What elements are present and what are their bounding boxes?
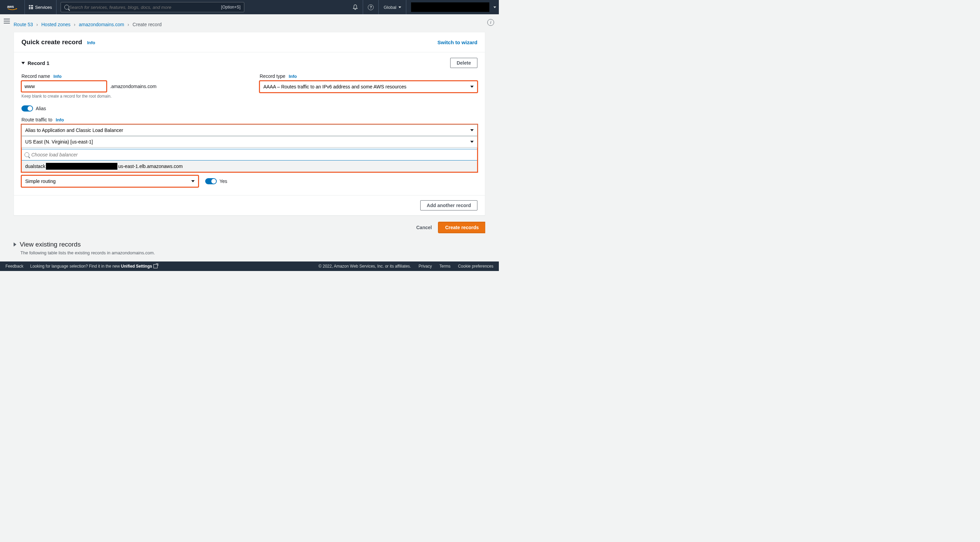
- switch-to-wizard-link[interactable]: Switch to wizard: [437, 40, 477, 45]
- topnav-right: ? Global: [348, 0, 499, 14]
- form-row: Record name Info .amazondomains.com Keep…: [21, 73, 477, 98]
- privacy-link[interactable]: Privacy: [418, 264, 432, 269]
- lb-redacted: [46, 163, 118, 170]
- aws-logo[interactable]: aws: [0, 0, 25, 14]
- panel-footer: Add another record: [14, 195, 485, 215]
- record-title: Record 1: [27, 60, 49, 66]
- chevron-down-icon: [470, 86, 474, 88]
- notifications-button[interactable]: [348, 0, 363, 14]
- record-name-hint: Keep blank to create a record for the ro…: [21, 94, 239, 98]
- routing-health-row: Simple routing Yes: [21, 176, 477, 187]
- routing-policy-value: Simple routing: [25, 179, 56, 184]
- record-type-field: Record type Info AAAA – Routes traffic t…: [259, 73, 477, 98]
- copyright-text: © 2022, Amazon Web Services, Inc. or its…: [318, 264, 411, 269]
- svg-text:aws: aws: [7, 5, 14, 8]
- help-icon: ?: [368, 5, 374, 10]
- main-content: Route 53 › Hosted zones › amazondomains.…: [14, 14, 485, 261]
- alias-endpoint-select[interactable]: Alias to Application and Classic Load Ba…: [21, 124, 477, 136]
- chevron-down-icon: [470, 129, 474, 131]
- load-balancer-option[interactable]: dualstackus-east-1.elb.amazonaws.com: [21, 160, 477, 172]
- alias-target-group: Alias to Application and Classic Load Ba…: [21, 124, 477, 172]
- external-link-icon: [153, 264, 158, 268]
- add-another-record-button[interactable]: Add another record: [420, 200, 477, 211]
- grid-icon: [29, 5, 33, 9]
- page-title: Quick create record: [21, 38, 82, 46]
- breadcrumb: Route 53 › Hosted zones › amazondomains.…: [14, 20, 485, 32]
- info-link[interactable]: Info: [53, 74, 62, 79]
- account-menu[interactable]: [406, 0, 499, 14]
- record-name-input[interactable]: [21, 81, 107, 92]
- view-existing-description: The following table lists the existing r…: [14, 250, 485, 255]
- top-navigation: aws Services [Option+S] ? Global: [0, 0, 499, 14]
- info-link[interactable]: Info: [288, 74, 297, 79]
- chevron-right-icon: ›: [37, 22, 38, 27]
- cookie-preferences-link[interactable]: Cookie preferences: [458, 264, 493, 269]
- region-selector[interactable]: Global: [379, 0, 406, 14]
- bell-icon: [353, 5, 358, 10]
- evaluate-health-toggle[interactable]: [205, 178, 217, 184]
- info-link[interactable]: Info: [87, 40, 95, 45]
- chevron-down-icon: [398, 6, 401, 8]
- terms-link[interactable]: Terms: [439, 264, 450, 269]
- chevron-right-icon: [14, 242, 16, 247]
- record-toggle[interactable]: Record 1: [21, 60, 49, 66]
- breadcrumb-current: Create record: [133, 22, 162, 27]
- create-records-button[interactable]: Create records: [439, 222, 485, 233]
- feedback-link[interactable]: Feedback: [5, 264, 24, 269]
- breadcrumb-link[interactable]: Hosted zones: [41, 22, 71, 27]
- view-existing-title: View existing records: [20, 241, 81, 248]
- info-link[interactable]: Info: [56, 117, 64, 122]
- page-actions: Cancel Create records: [14, 222, 485, 233]
- load-balancer-input[interactable]: [31, 152, 474, 157]
- cancel-button[interactable]: Cancel: [416, 225, 432, 230]
- chevron-down-icon: [493, 6, 496, 8]
- chevron-down-icon: [470, 141, 474, 143]
- routing-policy-select[interactable]: Simple routing: [21, 176, 198, 187]
- global-search[interactable]: [Option+S]: [60, 2, 244, 12]
- breadcrumb-link[interactable]: Route 53: [14, 22, 33, 27]
- record-type-value: AAAA – Routes traffic to an IPv6 address…: [263, 84, 406, 89]
- chevron-right-icon: ›: [74, 22, 76, 27]
- footer-bar: Feedback Looking for language selection?…: [0, 261, 499, 271]
- evaluate-health-row: Yes: [205, 178, 227, 184]
- load-balancer-search[interactable]: [21, 149, 477, 160]
- route-traffic-label: Route traffic to: [21, 117, 52, 122]
- record-name-field: Record name Info .amazondomains.com Keep…: [21, 73, 239, 98]
- evaluate-health-label: Yes: [220, 179, 227, 184]
- info-panel-toggle[interactable]: i: [487, 19, 494, 26]
- alias-endpoint-value: Alias to Application and Classic Load Ba…: [25, 127, 123, 133]
- services-label: Services: [35, 5, 52, 10]
- chevron-down-icon: [191, 180, 195, 182]
- sidebar-toggle[interactable]: [3, 17, 11, 25]
- delete-button[interactable]: Delete: [450, 58, 477, 68]
- alias-label: Alias: [36, 106, 46, 111]
- domain-suffix: .amazondomains.com: [110, 84, 156, 89]
- lb-option-prefix: dualstack: [25, 163, 45, 169]
- record-name-label: Record name: [21, 73, 50, 79]
- record-type-select[interactable]: AAAA – Routes traffic to an IPv6 address…: [259, 81, 477, 92]
- quick-create-panel: Quick create record Info Switch to wizar…: [14, 32, 485, 216]
- panel-header: Quick create record Info Switch to wizar…: [14, 32, 485, 52]
- alias-region-select[interactable]: US East (N. Virginia) [us-east-1]: [21, 136, 477, 147]
- lb-option-suffix: us-east-1.elb.amazonaws.com: [118, 163, 183, 169]
- account-redacted: [411, 2, 489, 12]
- alias-toggle[interactable]: [21, 105, 33, 111]
- breadcrumb-link[interactable]: amazondomains.com: [79, 22, 124, 27]
- alias-toggle-row: Alias: [21, 105, 477, 111]
- chevron-down-icon: [21, 62, 25, 64]
- alias-region-value: US East (N. Virginia) [us-east-1]: [25, 139, 93, 144]
- services-menu[interactable]: Services: [25, 0, 56, 14]
- search-icon: [24, 152, 29, 157]
- search-input[interactable]: [69, 5, 221, 10]
- view-existing-toggle[interactable]: View existing records: [14, 241, 485, 248]
- help-button[interactable]: ?: [363, 0, 379, 14]
- record-header: Record 1 Delete: [21, 58, 477, 68]
- lang-prompt: Looking for language selection? Find it …: [30, 264, 158, 269]
- record-type-label: Record type: [259, 73, 285, 79]
- search-icon: [64, 5, 69, 10]
- unified-settings-link[interactable]: Unified Settings: [121, 264, 158, 269]
- region-label: Global: [383, 5, 396, 10]
- chevron-right-icon: ›: [127, 22, 129, 27]
- panel-body: Record 1 Delete Record name Info .amazon…: [14, 52, 485, 195]
- search-shortcut: [Option+S]: [221, 5, 240, 10]
